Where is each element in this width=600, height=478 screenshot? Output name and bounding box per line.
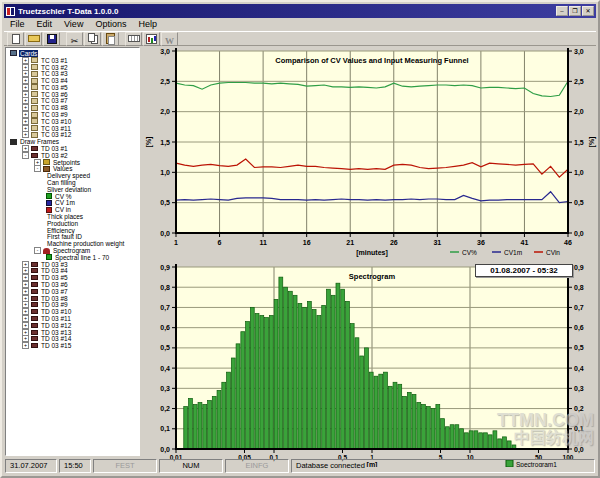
- tree-item[interactable]: +TD 03 #15: [7, 342, 139, 349]
- tree-item[interactable]: Sliver deviation: [7, 186, 139, 193]
- menu-edit[interactable]: Edit: [31, 18, 59, 31]
- toolbar-paste-button[interactable]: [102, 32, 119, 46]
- window-title: Truetzschler T-Data 1.0.0.0: [18, 7, 556, 16]
- td-icon: [31, 336, 38, 341]
- td-icon: [31, 282, 38, 287]
- paste-icon: [106, 33, 115, 44]
- svg-text:CV1m: CV1m: [504, 249, 522, 256]
- status-fest-key: FEST: [93, 459, 157, 473]
- td-icon: [31, 323, 38, 328]
- svg-text:36: 36: [477, 239, 485, 246]
- card-icon: [31, 84, 38, 90]
- cards-icon: [10, 50, 17, 56]
- td-icon: [31, 343, 38, 348]
- tree-expander-plus-icon[interactable]: +: [22, 342, 29, 349]
- svg-text:0,7: 0,7: [160, 304, 170, 312]
- td-icon: [31, 309, 38, 314]
- svg-text:11: 11: [259, 239, 267, 246]
- svg-text:0,9: 0,9: [574, 264, 584, 272]
- svg-text:[%]: [%]: [588, 137, 596, 148]
- spectrogram-chart: 0,00,00,10,10,20,20,30,30,40,40,50,50,60…: [142, 259, 600, 467]
- values-icon: [43, 166, 50, 172]
- svg-text:0,3: 0,3: [574, 385, 584, 393]
- svg-text:2,0: 2,0: [574, 108, 584, 116]
- toolbar-new-file-button[interactable]: [7, 32, 24, 46]
- svg-text:2,5: 2,5: [160, 78, 170, 86]
- card-icon: [31, 71, 38, 77]
- chart-icon: [146, 34, 157, 44]
- maximize-button[interactable]: ❐: [569, 6, 581, 16]
- svg-text:1,0: 1,0: [574, 169, 584, 177]
- toolbar-cut-button[interactable]: [66, 32, 83, 46]
- status-date: 31.07.2007: [5, 459, 57, 473]
- svg-text:2,0: 2,0: [160, 108, 170, 116]
- menubar: FileEditViewOptionsHelp: [4, 18, 596, 31]
- minimize-button[interactable]: –: [556, 6, 568, 16]
- navigation-tree[interactable]: Cards+TC 03 #1+TC 03 #2+TC 03 #3+TC 03 #…: [5, 47, 140, 456]
- svg-text:0,0: 0,0: [160, 230, 170, 238]
- td-icon: [31, 330, 38, 335]
- toolbar-copy-button[interactable]: [84, 32, 101, 46]
- svg-text:1: 1: [174, 239, 178, 246]
- sq-green-icon: [46, 254, 52, 260]
- titlebar: Truetzschler T-Data 1.0.0.0 – ❐ ✕: [4, 4, 596, 18]
- svg-text:0,4: 0,4: [574, 365, 584, 373]
- date-range-box: 01.08.2007 - 05:32: [475, 264, 573, 277]
- status-time: 15:50: [59, 459, 91, 473]
- svg-text:0,3: 0,3: [160, 385, 170, 393]
- spectro-icon: [43, 248, 50, 254]
- td-icon: [31, 268, 38, 273]
- tree-expander-minus-icon[interactable]: -: [34, 247, 41, 254]
- card-icon: [31, 105, 38, 111]
- toolbar-word-export-button[interactable]: [161, 32, 178, 46]
- svg-text:0,5: 0,5: [160, 199, 170, 207]
- svg-text:Spectrogram: Spectrogram: [349, 272, 396, 281]
- sq-green-icon: [46, 193, 52, 199]
- menu-help[interactable]: Help: [132, 18, 163, 31]
- menu-options[interactable]: Options: [89, 18, 132, 31]
- setpoints-icon: [43, 159, 50, 165]
- open-folder-icon: [28, 35, 40, 42]
- sq-red-icon: [46, 207, 52, 213]
- td-icon: [31, 275, 38, 280]
- svg-text:0,8: 0,8: [160, 284, 170, 292]
- svg-text:Comparison of CV Values and In: Comparison of CV Values and Input Measur…: [275, 56, 468, 65]
- svg-text:[minutes]: [minutes]: [356, 249, 388, 257]
- cv-comparison-svg: 0,00,00,50,51,01,01,51,52,02,02,52,53,03…: [142, 47, 600, 259]
- svg-text:0,0: 0,0: [160, 446, 170, 454]
- svg-text:21: 21: [346, 239, 354, 246]
- svg-text:0,0: 0,0: [574, 446, 584, 454]
- svg-text:1,0: 1,0: [160, 169, 170, 177]
- status-num-key: NUM: [159, 459, 223, 473]
- svg-text:0,5: 0,5: [574, 344, 584, 352]
- toolbar-open-folder-button[interactable]: [25, 32, 42, 46]
- tree-item[interactable]: CV 1m: [7, 200, 139, 207]
- td-icon: [31, 296, 38, 301]
- cut-icon: [71, 30, 79, 48]
- close-button[interactable]: ✕: [582, 6, 594, 16]
- card-icon: [31, 64, 38, 70]
- menu-file[interactable]: File: [4, 18, 31, 31]
- svg-text:0,4: 0,4: [160, 365, 170, 373]
- card-icon: [31, 118, 38, 124]
- save-icon: [47, 34, 57, 44]
- tree-expander-minus-icon[interactable]: -: [22, 152, 29, 159]
- toolbar-ruler-button[interactable]: [125, 32, 142, 46]
- svg-text:0,5: 0,5: [574, 199, 584, 207]
- td-icon: [31, 289, 38, 294]
- svg-text:0,2: 0,2: [574, 405, 584, 413]
- svg-text:0,6: 0,6: [160, 324, 170, 332]
- card-icon: [31, 112, 38, 118]
- card-icon: [31, 98, 38, 104]
- svg-text:3,0: 3,0: [574, 48, 584, 56]
- svg-text:0,0: 0,0: [574, 230, 584, 238]
- card-icon: [31, 125, 38, 131]
- main-area: Cards+TC 03 #1+TC 03 #2+TC 03 #3+TC 03 #…: [4, 47, 596, 456]
- td-icon: [31, 153, 38, 158]
- svg-text:3,0: 3,0: [160, 48, 170, 56]
- tree-expander-minus-icon[interactable]: -: [34, 165, 41, 172]
- svg-text:46: 46: [564, 239, 572, 246]
- toolbar-save-button[interactable]: [43, 32, 60, 46]
- card-icon: [31, 132, 38, 138]
- toolbar-chart-button[interactable]: [143, 32, 160, 46]
